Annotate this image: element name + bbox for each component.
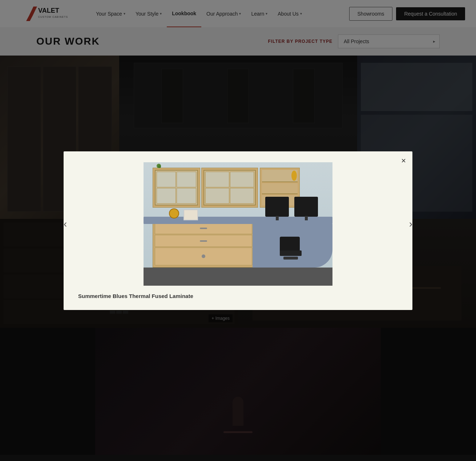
prev-button[interactable]: ‹ (56, 215, 74, 233)
close-button[interactable]: × (401, 157, 406, 165)
modal-overlay[interactable]: × ‹ (0, 0, 476, 461)
modal-image-area: ‹ (74, 162, 402, 286)
next-button[interactable]: › (402, 215, 420, 233)
modal-main-image (144, 162, 332, 286)
modal-box: × ‹ (64, 151, 412, 310)
modal-caption-area: Summertime Blues Thermal Fused Laminate (74, 293, 402, 299)
modal-caption-text: Summertime Blues Thermal Fused Laminate (74, 293, 402, 299)
